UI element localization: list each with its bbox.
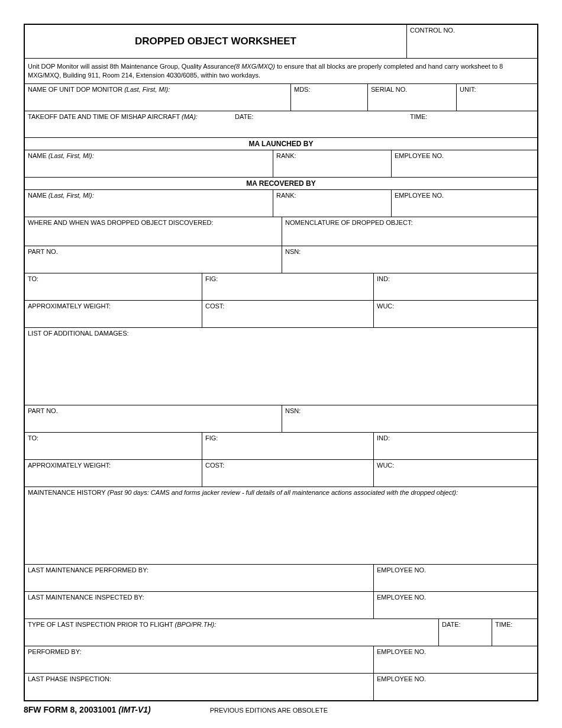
wuc-cell-2: WUC: xyxy=(374,460,537,487)
recovered-row: NAME (Last, First, MI): RANK: EMPLOYEE N… xyxy=(25,190,537,217)
fig-input-1[interactable] xyxy=(205,282,370,291)
part-no-cell-2: PART NO. xyxy=(25,405,282,432)
recovered-name-input[interactable] xyxy=(28,199,270,207)
cost-input-1[interactable] xyxy=(205,310,370,318)
control-no-input[interactable] xyxy=(410,34,534,42)
wuc-input-1[interactable] xyxy=(377,310,534,318)
recovered-employee-input[interactable] xyxy=(395,199,534,207)
launched-employee-input[interactable] xyxy=(395,159,534,167)
recovered-employee-cell: EMPLOYEE NO. xyxy=(392,190,537,217)
monitor-input[interactable] xyxy=(28,93,288,101)
nsn-cell-1: NSN: xyxy=(282,246,537,273)
ind-input-2[interactable] xyxy=(377,442,534,450)
control-no-cell: CONTROL NO. xyxy=(407,25,537,58)
serial-input[interactable] xyxy=(371,93,453,101)
last-performed-emp-cell: EMPLOYEE NO. xyxy=(374,565,537,591)
damages-cell: LIST OF ADDITIONAL DAMAGES: xyxy=(25,328,537,405)
type-inspection-cell: TYPE OF LAST INSPECTION PRIOR TO FLIGHT … xyxy=(25,619,439,646)
to-cell-2: TO: xyxy=(25,433,202,459)
maint-history-row: MAINTENANCE HISTORY (Past 90 days: CAMS … xyxy=(25,487,537,565)
header-row: DROPPED OBJECT WORKSHEET CONTROL NO. xyxy=(25,25,537,59)
performed-by-emp-input[interactable] xyxy=(377,655,534,663)
last-inspected-input[interactable] xyxy=(28,601,370,609)
form-container: DROPPED OBJECT WORKSHEET CONTROL NO. Uni… xyxy=(24,24,538,701)
cost-input-2[interactable] xyxy=(205,469,370,477)
last-phase-input[interactable] xyxy=(28,682,370,691)
fig-input-2[interactable] xyxy=(205,442,370,450)
mds-input[interactable] xyxy=(294,93,364,101)
nomenclature-cell: NOMENCLATURE OF DROPPED OBJECT: xyxy=(282,217,537,246)
inspection-date-input[interactable] xyxy=(442,628,489,636)
cost-cell-1: COST: xyxy=(202,301,374,327)
launched-name-cell: NAME (Last, First, MI): xyxy=(25,150,273,177)
last-performed-emp-input[interactable] xyxy=(377,574,534,582)
mds-cell: MDS: xyxy=(291,84,368,111)
launched-row: NAME (Last, First, MI): RANK: EMPLOYEE N… xyxy=(25,150,537,178)
recovered-rank-input[interactable] xyxy=(276,199,388,207)
last-inspected-cell: LAST MAINTENANCE INSPECTED BY: xyxy=(25,592,374,619)
damages-row: LIST OF ADDITIONAL DAMAGES: xyxy=(25,328,537,405)
nsn-input-1[interactable] xyxy=(285,255,534,263)
footer-note: PREVIOUS EDITIONS ARE OBSOLETE xyxy=(210,707,328,714)
part-row-1: PART NO. NSN: xyxy=(25,246,537,273)
cost-cell-2: COST: xyxy=(202,460,374,487)
takeoff-date-label: DATE: xyxy=(235,113,288,136)
launched-header: MA LAUNCHED BY xyxy=(25,138,537,150)
type-inspection-row: TYPE OF LAST INSPECTION PRIOR TO FLIGHT … xyxy=(25,619,537,646)
title-cell: DROPPED OBJECT WORKSHEET xyxy=(25,25,407,58)
weight-input-2[interactable] xyxy=(28,469,199,477)
footer-form: 8FW FORM 8, 20031001 (IMT-V1) xyxy=(24,705,151,714)
maint-history-input[interactable] xyxy=(28,496,534,558)
last-inspected-row: LAST MAINTENANCE INSPECTED BY: EMPLOYEE … xyxy=(25,592,537,619)
wcw-row-2: APPROXIMATELY WEIGHT: COST: WUC: xyxy=(25,460,537,487)
launched-rank-input[interactable] xyxy=(276,159,388,167)
takeoff-row: TAKEOFF DATE AND TIME OF MISHAP AIRCRAFT… xyxy=(25,111,537,138)
launched-name-input[interactable] xyxy=(28,159,270,167)
to-input-2[interactable] xyxy=(28,442,199,450)
weight-input-1[interactable] xyxy=(28,310,199,318)
nsn-input-2[interactable] xyxy=(285,414,534,423)
wuc-input-2[interactable] xyxy=(377,469,534,477)
last-performed-row: LAST MAINTENANCE PERFORMED BY: EMPLOYEE … xyxy=(25,565,537,592)
takeoff-date-input[interactable] xyxy=(294,113,410,136)
performed-by-cell: PERFORMED BY: xyxy=(25,646,374,673)
part-no-input-1[interactable] xyxy=(28,255,279,263)
last-phase-emp-input[interactable] xyxy=(377,682,534,691)
performed-by-input[interactable] xyxy=(28,655,370,663)
where-when-input[interactable] xyxy=(28,226,279,234)
part-no-input-2[interactable] xyxy=(28,414,279,423)
last-performed-input[interactable] xyxy=(28,574,370,582)
last-inspected-emp-input[interactable] xyxy=(377,601,534,609)
last-inspected-emp-cell: EMPLOYEE NO. xyxy=(374,592,537,619)
last-phase-row: LAST PHASE INSPECTION: EMPLOYEE NO. xyxy=(25,674,537,700)
takeoff-time-label: TIME: xyxy=(410,113,487,136)
weight-cell-2: APPROXIMATELY WEIGHT: xyxy=(25,460,202,487)
discovery-row: WHERE AND WHEN WAS DROPPED OBJECT DISCOV… xyxy=(25,217,537,246)
performed-by-emp-cell: EMPLOYEE NO. xyxy=(374,646,537,673)
takeoff-cell: TAKEOFF DATE AND TIME OF MISHAP AIRCRAFT… xyxy=(25,111,537,137)
damages-input[interactable] xyxy=(28,337,534,399)
recovered-name-cell: NAME (Last, First, MI): xyxy=(25,190,273,217)
unit-input[interactable] xyxy=(460,93,534,101)
to-cell-1: TO: xyxy=(25,273,202,300)
nsn-cell-2: NSN: xyxy=(282,405,537,432)
where-when-cell: WHERE AND WHEN WAS DROPPED OBJECT DISCOV… xyxy=(25,217,282,246)
ind-input-1[interactable] xyxy=(377,282,534,291)
weight-cell-1: APPROXIMATELY WEIGHT: xyxy=(25,301,202,327)
last-performed-cell: LAST MAINTENANCE PERFORMED BY: xyxy=(25,565,374,591)
tofigind-row-1: TO: FIG: IND: xyxy=(25,273,537,301)
ind-cell-2: IND: xyxy=(374,433,537,459)
fig-cell-2: FIG: xyxy=(202,433,374,459)
performed-by-row: PERFORMED BY: EMPLOYEE NO. xyxy=(25,646,537,674)
inspection-time-cell: TIME: xyxy=(492,619,537,646)
monitor-cell: NAME OF UNIT DOP MONITOR (Last, First, M… xyxy=(25,84,291,111)
part-row-2: PART NO. NSN: xyxy=(25,405,537,433)
ind-cell-1: IND: xyxy=(374,273,537,300)
nomenclature-input[interactable] xyxy=(285,226,534,234)
monitor-row: NAME OF UNIT DOP MONITOR (Last, First, M… xyxy=(25,84,537,111)
inspection-time-input[interactable] xyxy=(495,628,534,636)
to-input-1[interactable] xyxy=(28,282,199,291)
type-inspection-input[interactable] xyxy=(28,628,435,636)
takeoff-time-input[interactable] xyxy=(487,113,534,136)
launched-rank-cell: RANK: xyxy=(273,150,392,177)
